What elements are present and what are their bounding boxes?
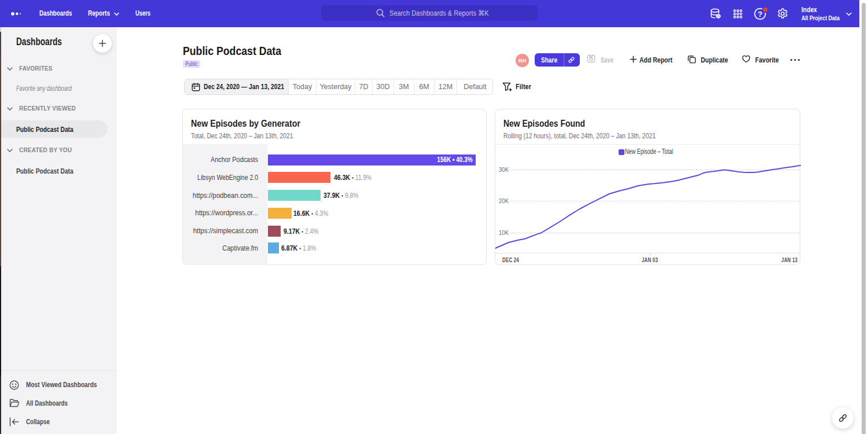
svg-text:?: ? xyxy=(758,10,763,19)
